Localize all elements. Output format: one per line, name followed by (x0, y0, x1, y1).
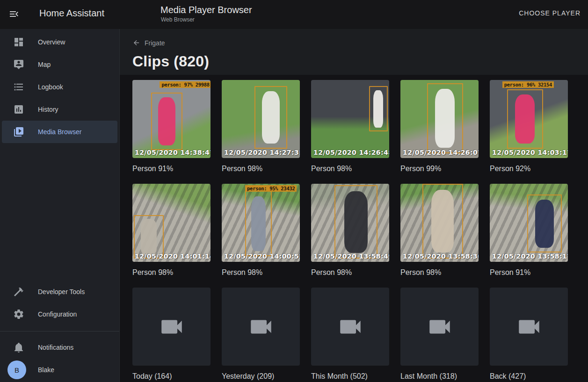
clip-label: Person 91% (490, 268, 568, 277)
arrow-left-icon (132, 39, 140, 47)
clip-card[interactable]: 12/05/2020 13:58:30 Person 98% (400, 184, 479, 277)
folder-thumbnail (132, 288, 211, 366)
user-name: Blake (38, 366, 54, 374)
detection-box (245, 191, 272, 256)
sidebar-title: Home Assistant (39, 8, 104, 19)
clip-label: Person 98% (222, 268, 300, 277)
panel-subtitle: Web Browser (161, 16, 252, 23)
detection-box (427, 83, 463, 153)
breadcrumb-label: Frigate (145, 39, 165, 47)
person-figure (251, 196, 266, 251)
person-figure (344, 191, 368, 253)
clip-label: Person 99% (400, 164, 479, 173)
person-figure (158, 97, 175, 145)
clip-timestamp: 12/05/2020 14:03:17 (492, 149, 568, 156)
video-icon (515, 313, 543, 340)
clip-card[interactable]: person: 97% 29988 12/05/2020 14:38:47 Pe… (132, 80, 211, 173)
video-icon (337, 313, 364, 340)
clip-label: Person 98% (222, 164, 300, 173)
sidebar-item-map[interactable]: Map (2, 53, 117, 76)
person-figure (515, 94, 535, 144)
hammer-icon (13, 286, 24, 297)
choose-player-button[interactable]: CHOOSE PLAYER (519, 9, 581, 17)
folder-label: Back (427) (490, 372, 568, 381)
panel-title: Media Player Browser (160, 4, 252, 15)
clip-card[interactable]: 12/05/2020 13:58:49 Person 98% (311, 184, 389, 277)
breadcrumb[interactable]: Frigate (132, 39, 165, 47)
notifications-label: Notifications (38, 344, 73, 351)
folder-card-back-427[interactable]: Back (427) (490, 288, 568, 381)
menu-open-icon[interactable] (8, 8, 21, 21)
clip-label: Person 98% (400, 268, 479, 277)
sidebar-item-media-browser[interactable]: Media Browser (2, 121, 117, 143)
folder-thumbnail (222, 288, 300, 366)
detection-box (507, 89, 543, 149)
sidebar-item-logbook[interactable]: Logbook (2, 76, 117, 98)
gear-icon (13, 309, 24, 320)
person-figure (431, 190, 454, 252)
folder-card-today-164[interactable]: Today (164) (132, 288, 211, 381)
clip-card[interactable]: 12/05/2020 14:26:07 Person 99% (400, 80, 479, 173)
chart-box-icon (13, 104, 24, 115)
clip-card[interactable]: 12/05/2020 14:26:48 Person 98% (311, 80, 389, 173)
format-list-bulleted-icon-wrap (13, 81, 24, 93)
person-figure (373, 90, 383, 128)
sidebar-item-overview[interactable]: Overview (2, 31, 117, 53)
detection-osd-label: person: 96% 32154 (502, 81, 554, 88)
sidebar-nav: Overview Map Logbook History Media Brows… (0, 29, 119, 143)
sidebar-item-notifications[interactable]: Notifications (2, 336, 117, 359)
person-figure (141, 219, 157, 255)
chart-box-icon-wrap (13, 104, 24, 115)
view-dashboard-icon (13, 36, 24, 48)
folder-card-yesterday-209[interactable]: Yesterday (209) (222, 288, 300, 381)
clip-label: Person 98% (311, 268, 389, 277)
clip-thumbnail: person: 97% 29988 12/05/2020 14:38:47 (132, 80, 211, 158)
tooltip-account-icon (13, 59, 24, 70)
clip-timestamp: 12/05/2020 14:00:52 (224, 252, 300, 260)
media-content: person: 97% 29988 12/05/2020 14:38:47 Pe… (120, 75, 588, 382)
clip-thumbnail: 12/05/2020 14:01:14 (132, 184, 211, 262)
media-browser-panel: Frigate Clips (820) person: 97% 29988 12… (120, 29, 588, 382)
clip-card[interactable]: 12/05/2020 13:58:17 Person 91% (490, 184, 568, 277)
clip-label: Person 91% (132, 164, 211, 173)
tooltip-account-icon-wrap (13, 59, 24, 70)
sidebar-item-developer-tools[interactable]: Developer Tools (2, 281, 117, 303)
bell-icon (13, 342, 24, 353)
sidebar-footer: Developer Tools Configuration Notificati… (0, 281, 119, 382)
person-figure (535, 200, 554, 248)
sidebar-divider (0, 331, 119, 332)
detection-box (151, 93, 182, 151)
folder-card-last-month-318[interactable]: Last Month (318) (400, 288, 479, 381)
sidebar-item-profile[interactable]: B Blake (2, 359, 117, 381)
sidebar-item-configuration[interactable]: Configuration (2, 303, 117, 325)
sidebar: Overview Map Logbook History Media Brows… (0, 29, 120, 382)
media-header: Frigate Clips (820) (120, 29, 588, 75)
gear-icon-wrap (13, 309, 24, 320)
sidebar-footer-nav: Developer Tools Configuration (0, 281, 119, 325)
video-icon (426, 313, 453, 340)
clip-label: Person 98% (311, 164, 389, 173)
person-figure (262, 91, 280, 143)
folder-card-this-month-502[interactable]: This Month (502) (311, 288, 389, 381)
clip-thumbnail: person: 95% 23432 12/05/2020 14:00:52 (222, 184, 300, 262)
clip-timestamp: 12/05/2020 14:26:07 (403, 149, 479, 156)
media-grid: person: 97% 29988 12/05/2020 14:38:47 Pe… (132, 80, 568, 381)
page-title: Clips (820) (132, 53, 588, 70)
video-icon (158, 313, 185, 340)
detection-box (422, 184, 463, 259)
sidebar-item-history[interactable]: History (2, 98, 117, 121)
clip-card[interactable]: 12/05/2020 14:27:35 Person 98% (222, 80, 300, 173)
clip-thumbnail: 12/05/2020 14:26:07 (400, 80, 479, 158)
video-icon (247, 313, 275, 340)
clip-thumbnail: 12/05/2020 13:58:30 (400, 184, 479, 262)
clip-card[interactable]: 12/05/2020 14:01:14 Person 98% (132, 184, 211, 277)
clip-thumbnail: person: 96% 32154 12/05/2020 14:03:17 (490, 80, 568, 158)
view-dashboard-icon-wrap (13, 36, 24, 48)
detection-osd-label: person: 97% 29988 (160, 81, 211, 88)
clip-card[interactable]: person: 95% 23432 12/05/2020 14:00:52 Pe… (222, 184, 300, 277)
sidebar-item-label: Developer Tools (38, 288, 85, 296)
folder-label: Yesterday (209) (222, 372, 300, 381)
folder-label: This Month (502) (311, 372, 389, 381)
sidebar-item-label: Logbook (38, 83, 63, 91)
clip-card[interactable]: person: 96% 32154 12/05/2020 14:03:17 Pe… (490, 80, 568, 173)
